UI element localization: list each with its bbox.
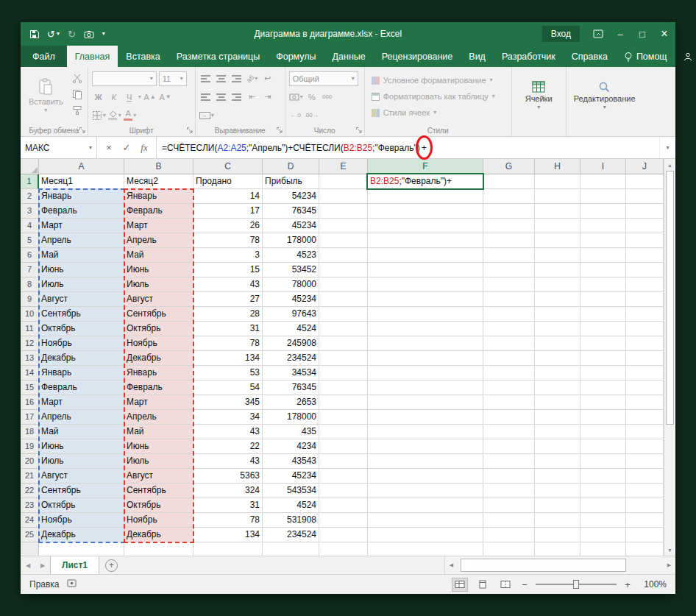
cell-F4[interactable] [368, 219, 483, 233]
cell-G6[interactable] [483, 248, 535, 263]
cell-C14[interactable]: 53 [193, 366, 263, 380]
cell-F16[interactable] [368, 395, 483, 410]
cell-J6[interactable] [626, 248, 664, 263]
format-painter-button[interactable] [71, 103, 84, 117]
tab-review[interactable]: Рецензирование [374, 46, 461, 67]
cell-I12[interactable] [580, 336, 626, 351]
sheet-nav-right-button[interactable]: ▶ [35, 556, 50, 574]
horizontal-scroll-track[interactable] [458, 556, 663, 574]
cell-I10[interactable] [580, 307, 626, 322]
cell-J22[interactable] [626, 484, 664, 498]
row-header-15[interactable]: 15 [21, 380, 39, 395]
column-header-C[interactable]: C [193, 159, 263, 174]
cell-H13[interactable] [535, 351, 580, 366]
cell-E21[interactable] [319, 469, 368, 484]
cell-E16[interactable] [319, 395, 368, 410]
cell-J2[interactable] [626, 189, 664, 204]
cut-button[interactable] [71, 71, 84, 85]
cell[interactable] [319, 542, 368, 556]
cell-A12[interactable]: Ноябрь [39, 336, 124, 351]
cell-E13[interactable] [319, 351, 368, 366]
cell-B23[interactable]: Октябрь [124, 498, 193, 513]
italic-button[interactable]: К [107, 90, 121, 104]
cell-E25[interactable] [319, 528, 368, 542]
cell-H20[interactable] [535, 454, 580, 469]
column-header-B[interactable]: B [124, 159, 193, 174]
cell-H5[interactable] [535, 233, 580, 248]
cell-F19[interactable] [368, 439, 483, 454]
cell-D17[interactable]: 178000 [263, 410, 319, 425]
tab-insert[interactable]: Вставка [118, 46, 168, 67]
name-box[interactable]: МАКС ▾ [21, 137, 97, 158]
cell-B1[interactable]: Месяц2 [124, 174, 193, 189]
horizontal-scroll-thumb[interactable] [461, 559, 626, 572]
insert-function-button[interactable]: fx [135, 142, 153, 154]
cell-F6[interactable] [368, 248, 483, 263]
cell-C6[interactable]: 3 [193, 248, 263, 263]
cell-B14[interactable]: Январь [124, 366, 193, 380]
cell-J23[interactable] [626, 498, 664, 513]
cell-B4[interactable]: Март [124, 219, 193, 233]
row-header-14[interactable]: 14 [21, 366, 39, 380]
cell-B5[interactable]: Апрель [124, 233, 193, 248]
cell-E14[interactable] [319, 366, 368, 380]
cell-D8[interactable]: 78000 [263, 277, 319, 292]
cell-E4[interactable] [319, 219, 368, 233]
cell-C20[interactable]: 43 [193, 454, 263, 469]
align-middle-button[interactable] [215, 71, 228, 85]
cell-A10[interactable]: Сентябрь [39, 307, 124, 322]
select-all-button[interactable] [21, 159, 39, 174]
cell-J14[interactable] [626, 366, 664, 380]
cell-D5[interactable]: 178000 [263, 233, 319, 248]
cell-J13[interactable] [626, 351, 664, 366]
cell-A5[interactable]: Апрель [39, 233, 124, 248]
cell-G14[interactable] [483, 366, 535, 380]
cell-D2[interactable]: 54234 [263, 189, 319, 204]
comma-style-button[interactable]: 000 [321, 90, 334, 104]
cell-J24[interactable] [626, 513, 664, 528]
cell-D20[interactable]: 43543 [263, 454, 319, 469]
row-header-22[interactable]: 22 [21, 484, 39, 498]
vertical-scroll-thumb[interactable] [666, 171, 674, 425]
cell-B21[interactable]: Август [124, 469, 193, 484]
cell-I25[interactable] [580, 528, 626, 542]
cell-C21[interactable]: 5363 [193, 469, 263, 484]
cell-F24[interactable] [368, 513, 483, 528]
cell[interactable] [483, 542, 535, 556]
cell-H21[interactable] [535, 469, 580, 484]
cell-B19[interactable]: Июнь [124, 439, 193, 454]
cell-D21[interactable]: 45234 [263, 469, 319, 484]
tab-page-layout[interactable]: Разметка страницы [168, 46, 268, 67]
cell-E10[interactable] [319, 307, 368, 322]
cell-B12[interactable]: Ноябрь [124, 336, 193, 351]
cell-J3[interactable] [626, 204, 664, 219]
cell-F14[interactable] [368, 366, 483, 380]
cell-G17[interactable] [483, 410, 535, 425]
cell-A18[interactable]: Май [39, 425, 124, 439]
cell-I22[interactable] [580, 484, 626, 498]
editing-button[interactable]: Редактирование ▾ [570, 69, 639, 122]
cell-A8[interactable]: Июль [39, 277, 124, 292]
cell-H11[interactable] [535, 322, 580, 336]
cell-H2[interactable] [535, 189, 580, 204]
cell-G10[interactable] [483, 307, 535, 322]
cell-D1[interactable]: Прибыль [263, 174, 319, 189]
cell-I11[interactable] [580, 322, 626, 336]
row-header-3[interactable]: 3 [21, 204, 39, 219]
cell-D11[interactable]: 4524 [263, 322, 319, 336]
zoom-out-button[interactable]: − [520, 579, 529, 590]
cell[interactable] [263, 542, 319, 556]
cell-G23[interactable] [483, 498, 535, 513]
cell-A25[interactable]: Декабрь [39, 528, 124, 542]
tab-file[interactable]: Файл [21, 46, 67, 67]
scroll-left-button[interactable]: ◀ [445, 556, 458, 574]
cell-D10[interactable]: 97643 [263, 307, 319, 322]
cell-C25[interactable]: 134 [193, 528, 263, 542]
underline-button[interactable]: Ч [123, 90, 136, 104]
cell-A21[interactable]: Август [39, 469, 124, 484]
cell[interactable] [580, 542, 626, 556]
cell-G21[interactable] [483, 469, 535, 484]
cell-F12[interactable] [368, 336, 483, 351]
row-header-4[interactable]: 4 [21, 219, 39, 233]
alignment-dialog-launcher[interactable] [276, 127, 283, 134]
